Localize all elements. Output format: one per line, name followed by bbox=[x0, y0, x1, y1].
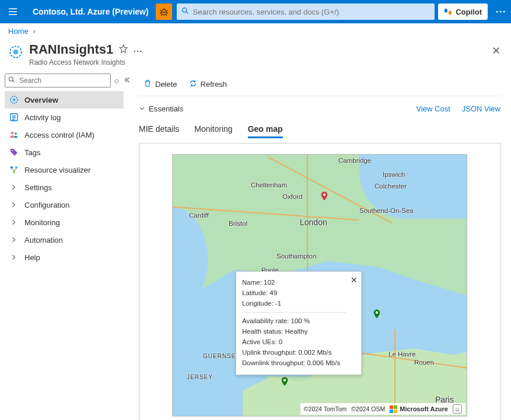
svg-point-17 bbox=[10, 166, 13, 169]
region-label: JERSEY bbox=[187, 374, 213, 380]
json-view-link[interactable]: JSON View bbox=[462, 104, 501, 113]
global-search-input[interactable] bbox=[177, 4, 435, 20]
copilot-icon bbox=[444, 8, 452, 16]
city-label: Cardiff bbox=[189, 212, 209, 219]
city-label: Le Havre bbox=[388, 351, 416, 358]
sidebar-item-label: Access control (IAM) bbox=[24, 131, 94, 139]
map-attribution: ©2024 TomTom ©2024 OSM Microsoft Azure ☺ bbox=[300, 403, 466, 415]
sidebar-search-input[interactable] bbox=[5, 74, 111, 88]
tenant-label[interactable]: Contoso, Ltd. Azure (Preview) bbox=[26, 7, 156, 16]
svg-point-3 bbox=[500, 11, 502, 13]
sidebar-item-overview[interactable]: Overview bbox=[5, 91, 124, 108]
map-pin-green[interactable] bbox=[372, 309, 382, 319]
sidebar-item-tags[interactable]: Tags bbox=[5, 144, 124, 161]
city-label: Bristol bbox=[229, 220, 247, 227]
map-canvas[interactable]: Cambridge Ipswich Cheltenham Oxford Colc… bbox=[172, 154, 467, 416]
tab-bar: MIE details Monitoring Geo map bbox=[139, 117, 501, 138]
chevron-down-icon bbox=[139, 104, 145, 113]
tag-icon bbox=[9, 148, 19, 157]
refresh-icon bbox=[189, 79, 197, 89]
top-more-icon[interactable] bbox=[490, 0, 511, 23]
trash-icon bbox=[144, 79, 152, 89]
svg-point-16 bbox=[12, 150, 13, 151]
resource-icon bbox=[8, 44, 23, 60]
map-pin-green[interactable] bbox=[279, 376, 290, 387]
delete-button[interactable]: Delete bbox=[139, 77, 182, 92]
city-label: Colchester bbox=[374, 183, 407, 190]
svg-point-7 bbox=[134, 50, 136, 52]
svg-point-1 bbox=[182, 8, 186, 12]
sidebar-item-resource-visualizer[interactable]: Resource visualizer bbox=[5, 161, 124, 178]
sidebar-item-configuration[interactable]: Configuration bbox=[5, 196, 124, 214]
sidebar-item-help[interactable]: Help bbox=[5, 249, 124, 266]
svg-point-10 bbox=[9, 77, 13, 81]
page-subtitle: Radio Access Network Insights bbox=[29, 58, 489, 66]
tab-monitoring[interactable]: Monitoring bbox=[194, 121, 232, 138]
sidebar-item-label: Configuration bbox=[24, 201, 69, 209]
chevron-right-icon bbox=[9, 235, 19, 244]
refresh-button[interactable]: Refresh bbox=[184, 77, 232, 92]
tab-geo-map[interactable]: Geo map bbox=[248, 121, 283, 138]
sidebar-item-label: Monitoring bbox=[24, 218, 60, 227]
search-icon bbox=[181, 7, 189, 16]
sidebar-item-label: Resource visualizer bbox=[24, 166, 90, 174]
overview-icon bbox=[9, 95, 19, 104]
chevron-right-icon bbox=[9, 218, 19, 227]
svg-point-22 bbox=[284, 379, 286, 382]
breadcrumb-home[interactable]: Home bbox=[8, 27, 29, 36]
sidebar-item-label: Automation bbox=[24, 236, 63, 244]
sidebar-item-label: Tags bbox=[24, 148, 40, 157]
city-label: Rouen bbox=[414, 359, 434, 366]
city-label: Oxford bbox=[282, 193, 303, 200]
svg-point-18 bbox=[15, 166, 18, 169]
sidebar-item-label: Activity log bbox=[24, 113, 61, 122]
chevron-right-icon: › bbox=[33, 27, 35, 36]
preview-bug-icon[interactable] bbox=[156, 4, 172, 20]
svg-point-12 bbox=[13, 99, 16, 102]
popup-close-icon[interactable]: ✕ bbox=[351, 274, 358, 287]
chevron-right-icon bbox=[9, 253, 19, 262]
sidebar-item-activity-log[interactable]: Activity log bbox=[5, 108, 124, 126]
favorite-star-icon[interactable] bbox=[119, 44, 128, 55]
svg-point-4 bbox=[503, 11, 505, 13]
city-label: Southampton bbox=[276, 253, 316, 260]
sidebar-item-automation[interactable]: Automation bbox=[5, 231, 124, 249]
tab-mie-details[interactable]: MIE details bbox=[139, 121, 179, 138]
svg-point-21 bbox=[376, 312, 379, 314]
close-blade-button[interactable]: ✕ bbox=[489, 42, 503, 60]
sidebar-item-monitoring[interactable]: Monitoring bbox=[5, 214, 124, 231]
svg-point-9 bbox=[140, 50, 142, 52]
toolbar: Delete Refresh bbox=[139, 72, 501, 96]
sidebar-item-label: Overview bbox=[24, 96, 58, 104]
city-label: London bbox=[300, 218, 327, 227]
top-bar: Contoso, Ltd. Azure (Preview) Copilot bbox=[0, 0, 511, 23]
resource-header: RANInsights1 Radio Access Network Insigh… bbox=[0, 41, 511, 72]
map-pin-red[interactable] bbox=[319, 191, 330, 201]
page-title: RANInsights1 bbox=[29, 42, 113, 57]
copilot-label: Copilot bbox=[456, 8, 482, 16]
chevron-right-icon bbox=[9, 200, 19, 209]
view-cost-link[interactable]: View Cost bbox=[416, 104, 450, 113]
map-panel: Cambridge Ipswich Cheltenham Oxford Colc… bbox=[139, 143, 501, 420]
sidebar-item-settings[interactable]: Settings bbox=[5, 178, 124, 196]
feedback-icon[interactable]: ☺ bbox=[453, 404, 462, 414]
essentials-toggle[interactable]: Essentials bbox=[139, 104, 183, 113]
chevron-right-icon bbox=[9, 183, 19, 192]
region-label: GUERNSEY bbox=[203, 353, 240, 359]
sidebar-item-label: Help bbox=[24, 253, 40, 262]
header-more-icon[interactable] bbox=[134, 46, 142, 54]
microsoft-azure-badge: Microsoft Azure bbox=[390, 405, 448, 413]
svg-point-20 bbox=[323, 194, 326, 197]
essentials-row: Essentials View Cost JSON View bbox=[139, 100, 501, 117]
hamburger-menu-icon[interactable] bbox=[0, 0, 26, 23]
copilot-button[interactable]: Copilot bbox=[438, 4, 488, 20]
svg-point-8 bbox=[137, 50, 139, 52]
visualizer-icon bbox=[9, 165, 19, 174]
svg-point-15 bbox=[15, 132, 17, 135]
svg-point-19 bbox=[13, 171, 15, 173]
sidebar-sort-icon[interactable]: ◇ bbox=[112, 78, 121, 84]
sidebar-item-access-control[interactable]: Access control (IAM) bbox=[5, 126, 124, 144]
sidebar-item-label: Settings bbox=[24, 183, 52, 192]
city-label: Southend-On-Sea bbox=[359, 207, 414, 214]
city-label: Cheltenham bbox=[251, 181, 287, 188]
